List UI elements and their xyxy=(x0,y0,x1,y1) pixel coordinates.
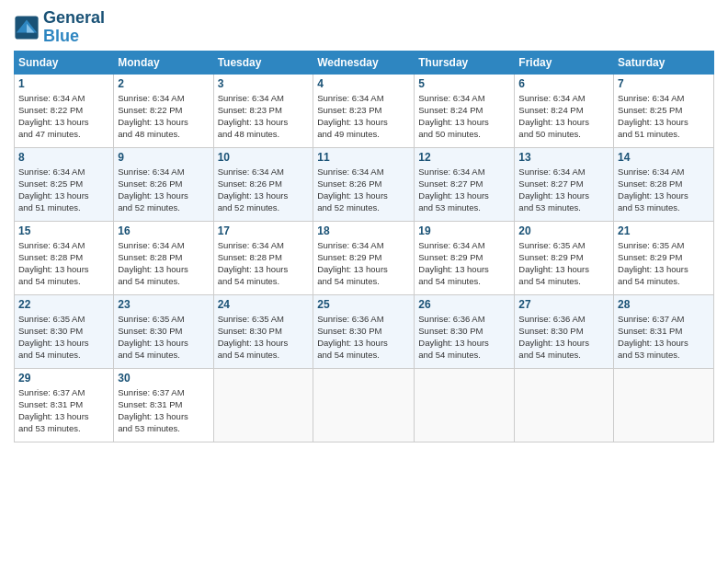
day-info: Sunrise: 6:34 AM Sunset: 8:28 PM Dayligh… xyxy=(18,239,109,288)
day-number: 24 xyxy=(218,298,310,311)
logo: GeneralBlue xyxy=(14,9,105,46)
calendar-cell: 17Sunrise: 6:34 AM Sunset: 8:28 PM Dayli… xyxy=(213,221,313,294)
calendar-cell: 26Sunrise: 6:36 AM Sunset: 8:30 PM Dayli… xyxy=(415,294,515,368)
calendar-cell: 30Sunrise: 6:37 AM Sunset: 8:31 PM Dayli… xyxy=(114,368,213,442)
day-number: 18 xyxy=(317,224,410,237)
day-info: Sunrise: 6:37 AM Sunset: 8:31 PM Dayligh… xyxy=(618,313,710,362)
calendar-week-row: 22Sunrise: 6:35 AM Sunset: 8:30 PM Dayli… xyxy=(15,294,714,368)
calendar-cell: 3Sunrise: 6:34 AM Sunset: 8:23 PM Daylig… xyxy=(213,74,313,147)
calendar-cell: 12Sunrise: 6:34 AM Sunset: 8:27 PM Dayli… xyxy=(415,147,515,221)
calendar-cell: 29Sunrise: 6:37 AM Sunset: 8:31 PM Dayli… xyxy=(15,368,114,442)
calendar-cell: 7Sunrise: 6:34 AM Sunset: 8:25 PM Daylig… xyxy=(614,74,714,147)
day-info: Sunrise: 6:34 AM Sunset: 8:27 PM Dayligh… xyxy=(418,166,510,214)
day-info: Sunrise: 6:34 AM Sunset: 8:22 PM Dayligh… xyxy=(118,92,209,141)
calendar-cell: 16Sunrise: 6:34 AM Sunset: 8:28 PM Dayli… xyxy=(114,221,213,294)
calendar-cell: 15Sunrise: 6:34 AM Sunset: 8:28 PM Dayli… xyxy=(15,221,114,294)
day-number: 25 xyxy=(317,298,410,311)
day-number: 11 xyxy=(317,151,410,164)
calendar-cell: 9Sunrise: 6:34 AM Sunset: 8:26 PM Daylig… xyxy=(114,147,213,221)
day-info: Sunrise: 6:34 AM Sunset: 8:25 PM Dayligh… xyxy=(618,92,710,141)
day-number: 30 xyxy=(118,372,209,385)
day-number: 14 xyxy=(618,151,710,164)
weekday-header-sunday: Sunday xyxy=(15,51,114,74)
calendar-cell: 22Sunrise: 6:35 AM Sunset: 8:30 PM Dayli… xyxy=(15,294,114,368)
calendar-cell: 28Sunrise: 6:37 AM Sunset: 8:31 PM Dayli… xyxy=(614,294,714,368)
calendar-cell: 27Sunrise: 6:36 AM Sunset: 8:30 PM Dayli… xyxy=(515,294,614,368)
day-number: 9 xyxy=(118,151,209,164)
day-info: Sunrise: 6:34 AM Sunset: 8:28 PM Dayligh… xyxy=(218,239,310,288)
calendar-cell: 14Sunrise: 6:34 AM Sunset: 8:28 PM Dayli… xyxy=(614,147,714,221)
day-number: 13 xyxy=(518,151,609,164)
day-number: 26 xyxy=(418,298,510,311)
day-number: 5 xyxy=(418,77,510,90)
day-number: 1 xyxy=(18,77,109,90)
weekday-header-saturday: Saturday xyxy=(614,51,714,74)
day-number: 19 xyxy=(418,224,510,237)
calendar-cell: 2Sunrise: 6:34 AM Sunset: 8:22 PM Daylig… xyxy=(114,74,213,147)
day-number: 4 xyxy=(317,77,410,90)
calendar-cell: 13Sunrise: 6:34 AM Sunset: 8:27 PM Dayli… xyxy=(515,147,614,221)
day-number: 8 xyxy=(18,151,109,164)
day-number: 7 xyxy=(618,77,710,90)
day-info: Sunrise: 6:34 AM Sunset: 8:26 PM Dayligh… xyxy=(218,166,310,214)
calendar-cell: 1Sunrise: 6:34 AM Sunset: 8:22 PM Daylig… xyxy=(15,74,114,147)
day-info: Sunrise: 6:35 AM Sunset: 8:29 PM Dayligh… xyxy=(518,239,609,288)
day-info: Sunrise: 6:34 AM Sunset: 8:29 PM Dayligh… xyxy=(317,239,410,288)
calendar-cell: 18Sunrise: 6:34 AM Sunset: 8:29 PM Dayli… xyxy=(313,221,415,294)
calendar-cell: 21Sunrise: 6:35 AM Sunset: 8:29 PM Dayli… xyxy=(614,221,714,294)
day-number: 3 xyxy=(218,77,310,90)
day-info: Sunrise: 6:35 AM Sunset: 8:30 PM Dayligh… xyxy=(118,313,209,362)
weekday-header-row: SundayMondayTuesdayWednesdayThursdayFrid… xyxy=(15,51,714,74)
calendar-week-row: 8Sunrise: 6:34 AM Sunset: 8:25 PM Daylig… xyxy=(15,147,714,221)
day-number: 29 xyxy=(18,372,109,385)
weekday-header-friday: Friday xyxy=(515,51,614,74)
day-number: 20 xyxy=(518,224,609,237)
calendar-cell: 5Sunrise: 6:34 AM Sunset: 8:24 PM Daylig… xyxy=(415,74,515,147)
calendar-table: SundayMondayTuesdayWednesdayThursdayFrid… xyxy=(14,51,714,442)
day-info: Sunrise: 6:34 AM Sunset: 8:26 PM Dayligh… xyxy=(118,166,209,214)
day-info: Sunrise: 6:34 AM Sunset: 8:22 PM Dayligh… xyxy=(18,92,109,141)
header: GeneralBlue xyxy=(14,9,714,46)
day-number: 2 xyxy=(118,77,209,90)
day-number: 6 xyxy=(518,77,609,90)
day-number: 10 xyxy=(218,151,310,164)
day-info: Sunrise: 6:34 AM Sunset: 8:28 PM Dayligh… xyxy=(118,239,209,288)
calendar-cell: 6Sunrise: 6:34 AM Sunset: 8:24 PM Daylig… xyxy=(515,74,614,147)
day-info: Sunrise: 6:34 AM Sunset: 8:26 PM Dayligh… xyxy=(317,166,410,214)
calendar-cell: 11Sunrise: 6:34 AM Sunset: 8:26 PM Dayli… xyxy=(313,147,415,221)
calendar-cell xyxy=(515,368,614,442)
day-number: 12 xyxy=(418,151,510,164)
calendar-week-row: 1Sunrise: 6:34 AM Sunset: 8:22 PM Daylig… xyxy=(15,74,714,147)
day-info: Sunrise: 6:36 AM Sunset: 8:30 PM Dayligh… xyxy=(518,313,609,362)
day-info: Sunrise: 6:35 AM Sunset: 8:30 PM Dayligh… xyxy=(18,313,109,362)
logo-icon xyxy=(14,15,40,40)
calendar-cell xyxy=(415,368,515,442)
day-number: 17 xyxy=(218,224,310,237)
calendar-cell xyxy=(213,368,313,442)
page-container: GeneralBlue SundayMondayTuesdayWednesday… xyxy=(0,0,728,452)
calendar-week-row: 15Sunrise: 6:34 AM Sunset: 8:28 PM Dayli… xyxy=(15,221,714,294)
day-info: Sunrise: 6:37 AM Sunset: 8:31 PM Dayligh… xyxy=(118,386,209,435)
day-info: Sunrise: 6:35 AM Sunset: 8:30 PM Dayligh… xyxy=(218,313,310,362)
day-info: Sunrise: 6:34 AM Sunset: 8:24 PM Dayligh… xyxy=(418,92,510,141)
calendar-cell: 20Sunrise: 6:35 AM Sunset: 8:29 PM Dayli… xyxy=(515,221,614,294)
day-info: Sunrise: 6:35 AM Sunset: 8:29 PM Dayligh… xyxy=(618,239,710,288)
day-number: 16 xyxy=(118,224,209,237)
day-info: Sunrise: 6:37 AM Sunset: 8:31 PM Dayligh… xyxy=(18,386,109,435)
calendar-cell: 19Sunrise: 6:34 AM Sunset: 8:29 PM Dayli… xyxy=(415,221,515,294)
day-number: 21 xyxy=(618,224,710,237)
weekday-header-tuesday: Tuesday xyxy=(213,51,313,74)
day-info: Sunrise: 6:34 AM Sunset: 8:25 PM Dayligh… xyxy=(18,166,109,214)
day-number: 28 xyxy=(618,298,710,311)
weekday-header-thursday: Thursday xyxy=(415,51,515,74)
day-info: Sunrise: 6:34 AM Sunset: 8:28 PM Dayligh… xyxy=(618,166,710,214)
day-number: 27 xyxy=(518,298,609,311)
logo-text: GeneralBlue xyxy=(43,9,105,46)
calendar-cell: 10Sunrise: 6:34 AM Sunset: 8:26 PM Dayli… xyxy=(213,147,313,221)
day-number: 23 xyxy=(118,298,209,311)
day-info: Sunrise: 6:34 AM Sunset: 8:23 PM Dayligh… xyxy=(218,92,310,141)
day-info: Sunrise: 6:34 AM Sunset: 8:27 PM Dayligh… xyxy=(518,166,609,214)
day-info: Sunrise: 6:34 AM Sunset: 8:29 PM Dayligh… xyxy=(418,239,510,288)
calendar-cell: 4Sunrise: 6:34 AM Sunset: 8:23 PM Daylig… xyxy=(313,74,415,147)
calendar-cell: 8Sunrise: 6:34 AM Sunset: 8:25 PM Daylig… xyxy=(15,147,114,221)
